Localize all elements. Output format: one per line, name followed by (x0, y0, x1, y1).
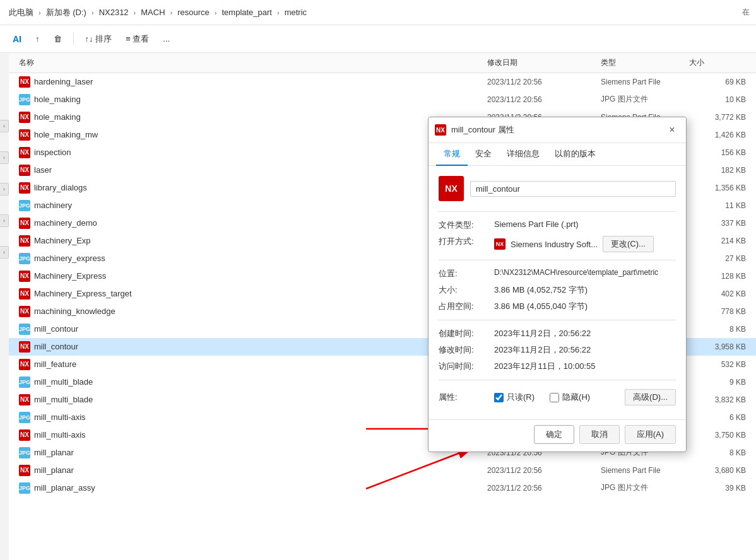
file-name: machining_knowledge (34, 306, 115, 316)
sidebar-toggle-5[interactable]: › (0, 246, 9, 259)
breadcrumb-item-drive[interactable]: 新加卷 (D:) (44, 6, 89, 20)
tab-security[interactable]: 安全 (468, 143, 499, 166)
sidebar-toggle-4[interactable]: › (0, 214, 9, 227)
dialog-title-icon: NX (435, 124, 446, 136)
col-size-header[interactable]: 大小 (689, 57, 746, 68)
nx-icon: NX (19, 235, 30, 247)
ai-button[interactable]: AI (8, 31, 27, 47)
readonly-checkbox[interactable] (494, 393, 504, 402)
cancel-button[interactable]: 取消 (579, 425, 620, 444)
file-name: inspection (34, 148, 71, 157)
ok-button[interactable]: 确定 (534, 425, 574, 444)
toolbar-separator-1 (73, 33, 74, 45)
file-name-cell: NX mill_multi-axis (19, 429, 487, 441)
table-row[interactable]: NX hardening_laser 2023/11/2 20:56 Sieme… (9, 73, 756, 91)
file-name-cell: JPG mill_multi-axis (19, 412, 487, 423)
properties-dialog[interactable]: NX mill_contour 属性 × 常规 安全 详细信息 以前的版本 NX… (428, 117, 687, 452)
sidebar-toggle-3[interactable]: › (0, 183, 9, 195)
created-value: 2023年11月2日，20:56:22 (494, 328, 676, 339)
breadcrumb-item-resource[interactable]: resource (175, 6, 212, 18)
file-name-cell: NX mill_planar (19, 465, 487, 476)
file-name: hole_making (34, 112, 81, 122)
share-button[interactable]: ↑ (30, 31, 45, 47)
jpg-icon: JPG (19, 324, 30, 335)
file-size: 3,750 KB (689, 431, 746, 440)
file-name: machinery_demo (34, 218, 97, 228)
file-size: 1,356 KB (689, 184, 746, 192)
delete-button[interactable]: 🗑 (49, 31, 67, 47)
file-name-cell: NX hole_making (19, 112, 487, 123)
file-size: 39 KB (689, 484, 746, 493)
file-name-cell: NX Machinery_Exp (19, 235, 487, 247)
file-size: 128 KB (689, 272, 746, 281)
prop-open-with-row: 打开方式: NX Siemens Industry Soft... 更改(C).… (439, 233, 676, 255)
disk-size-value: 3.86 MB (4,055,040 字节) (494, 301, 676, 312)
modified-value: 2023年11月2日，20:56:22 (494, 344, 676, 356)
breadcrumb-bar: 此电脑 › 新加卷 (D:) › NX2312 › MACH › resourc… (0, 0, 756, 25)
breadcrumb-item-mach[interactable]: MACH (138, 6, 167, 18)
tab-details[interactable]: 详细信息 (499, 143, 547, 166)
file-name: machinery_express (34, 254, 105, 263)
advanced-button[interactable]: 高级(D)... (625, 389, 676, 405)
filename-input[interactable] (470, 181, 676, 197)
sort-button[interactable]: ↑↓ 排序 (80, 30, 117, 48)
breadcrumb-sep-1: › (38, 9, 41, 16)
file-name-cell: NX hole_making_mw (19, 129, 487, 141)
location-label: 位置: (439, 268, 489, 279)
file-size: 1,426 KB (689, 131, 746, 139)
readonly-label: 只读(R) (507, 392, 535, 403)
table-row[interactable]: NX mill_planar 2023/11/2 20:56 Siemens P… (9, 462, 756, 479)
prop-created-row: 创建时间: 2023年11月2日，20:56:22 (439, 325, 676, 342)
file-date: 2023/11/2 20:56 (487, 466, 601, 475)
tab-general[interactable]: 常规 (436, 143, 468, 166)
file-size: 182 KB (689, 166, 746, 175)
col-date-header[interactable]: 修改日期 (487, 57, 601, 68)
breadcrumb-item-computer[interactable]: 此电脑 (6, 6, 36, 20)
file-name: mill_planar_assy (34, 483, 95, 493)
col-type-header[interactable]: 类型 (601, 57, 689, 68)
file-name-cell: JPG mill_planar (19, 447, 487, 458)
file-size: 10 KB (689, 95, 746, 104)
change-button[interactable]: 更改(C)... (603, 236, 654, 252)
prop-sep-2 (439, 260, 676, 260)
file-type: JPG 图片文件 (601, 94, 689, 105)
jpg-icon: JPG (19, 200, 30, 211)
dialog-content: NX 文件类型: Siemens Part File (.prt) 打开方式: … (428, 166, 686, 414)
file-date: 2023/11/2 20:56 (487, 484, 601, 493)
view-button[interactable]: ≡ 查看 (121, 30, 154, 48)
delete-icon: 🗑 (54, 34, 62, 44)
file-name-cell: JPG mill_multi_blade (19, 376, 487, 388)
prop-sep-4 (439, 380, 676, 380)
sidebar-toggle-2[interactable]: › (0, 151, 9, 164)
table-row[interactable]: JPG mill_planar_assy 2023/11/2 20:56 JPG… (9, 479, 756, 497)
breadcrumb-item-metric[interactable]: metric (282, 6, 309, 18)
file-name-cell: NX mill_contour (19, 341, 487, 353)
file-name: hole_making (34, 95, 81, 104)
breadcrumb-item-template[interactable]: template_part (219, 6, 275, 18)
dialog-close-button[interactable]: × (664, 122, 680, 137)
more-button[interactable]: ... (158, 31, 175, 47)
filename-row: NX (439, 176, 676, 201)
prop-location-row: 位置: D:\NX2312\MACH\resource\template_par… (439, 265, 676, 282)
dialog-footer: 确定 取消 应用(A) (428, 419, 686, 452)
file-size: 27 KB (689, 254, 746, 263)
size-value: 3.86 MB (4,052,752 字节) (494, 284, 676, 296)
accessed-label: 访问时间: (439, 361, 489, 372)
file-name-cell: JPG hole_making (19, 94, 487, 105)
file-name-cell: JPG mill_planar_assy (19, 482, 487, 494)
sidebar-toggle-1[interactable]: › (0, 120, 9, 132)
hidden-checkbox-label[interactable]: 隐藏(H) (550, 392, 590, 403)
file-name: Machinery_Exp (34, 236, 91, 245)
breadcrumb-sep-4: › (170, 9, 173, 16)
attrs-label: 属性: (439, 392, 489, 403)
file-name-cell: NX hardening_laser (19, 76, 487, 88)
readonly-checkbox-label[interactable]: 只读(R) (494, 392, 535, 403)
file-name: mill_multi_blade (34, 377, 93, 387)
breadcrumb-item-nx[interactable]: NX2312 (97, 6, 131, 18)
apply-button[interactable]: 应用(A) (625, 425, 676, 444)
col-name-header[interactable]: 名称 (19, 57, 487, 68)
file-name: mill_planar (34, 448, 74, 457)
table-row[interactable]: JPG hole_making 2023/11/2 20:56 JPG 图片文件… (9, 91, 756, 108)
tab-previous[interactable]: 以前的版本 (547, 143, 603, 166)
hidden-checkbox[interactable] (550, 393, 559, 402)
